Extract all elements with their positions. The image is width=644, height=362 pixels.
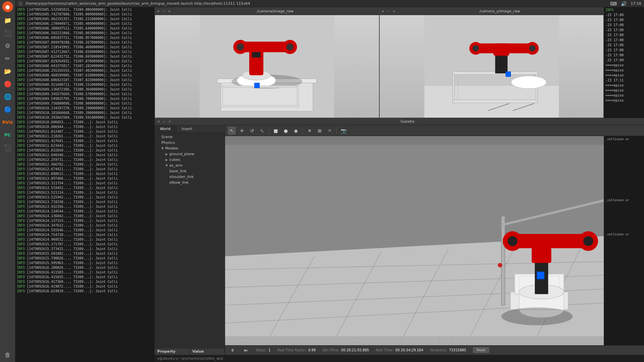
ground-label: ground_plane	[169, 152, 195, 156]
property-panel: Property Value	[155, 348, 225, 355]
sidebar-files[interactable]: 📁	[2, 14, 14, 26]
right-log-entry: ====episo	[604, 88, 644, 93]
svg-point-50	[498, 263, 502, 267]
sidebar-rviz[interactable]: RViz	[2, 116, 14, 128]
tree-item-physics[interactable]: Physics	[155, 140, 225, 145]
log-line: INFO [1479892614.754720..., 73309...]: J…	[15, 233, 155, 237]
right-log-entry: ====episo	[604, 63, 644, 68]
log-line: INFO [1479892611.832650..., 73309...]: J…	[15, 148, 155, 153]
log-line: INFO [1479892608.921608712, 73308.151000…	[15, 82, 155, 87]
camera1-close[interactable]: ×	[157, 9, 160, 13]
right-log-entry: ====episo	[604, 98, 644, 103]
tree-item-shoulder-link[interactable]: shoulder_link	[155, 174, 225, 180]
right-log-entry: -23 17:00	[604, 12, 644, 17]
rtf-label: Real Time Factor:	[277, 348, 306, 352]
sidebar-blue[interactable]: 🔵	[2, 103, 14, 115]
tree-item-cubes[interactable]: ▶ cubes	[155, 157, 225, 163]
tree-item-ground-plane[interactable]: ▶ ground_plane	[155, 151, 225, 157]
sidebar-app1[interactable]: 🔴	[2, 78, 14, 90]
right-log-entry: ====episo	[604, 83, 644, 88]
tool-sphere[interactable]: ●	[282, 127, 290, 135]
camera2-min[interactable]: −	[387, 9, 390, 13]
tool-rotate[interactable]: ↺	[248, 127, 256, 135]
tool-cylinder[interactable]: ◉	[292, 127, 300, 135]
tool-light[interactable]: ☀	[306, 127, 314, 135]
viewport-canvas[interactable]: _collision sr _collision sr _collision s…	[225, 136, 644, 345]
log-line: INFO [1479892613.519452..., 73309...]: J…	[15, 186, 155, 190]
right-log-entry: ====episo	[604, 73, 644, 78]
tree-item-elbow-link[interactable]: elbow_link	[155, 180, 225, 185]
camera2-viewport[interactable]	[380, 15, 604, 118]
log-line: INFO [1479892608.043375817, 73307.282000…	[15, 64, 155, 68]
log-line: INFO [1479892614.555546..., 73309...]: J…	[15, 228, 155, 233]
log-line: INFO [1479892613.932356..., 73309...]: J…	[15, 204, 155, 209]
reset-button[interactable]: Reset	[473, 347, 489, 353]
log-line: INFO [1479892606.170940971, 73305.409000…	[15, 21, 155, 26]
log-line: INFO [1479892611.427641..., 73309...]: J…	[15, 139, 155, 143]
log-line: INFO [1479892612.888613..., 73309...]: J…	[15, 172, 155, 176]
tree-item-models[interactable]: ▼ Models	[155, 145, 225, 151]
tool-scale[interactable]: ⤡	[258, 127, 266, 135]
svg-point-30	[472, 45, 479, 52]
sidebar-app2[interactable]: ⬛	[2, 141, 14, 154]
tree-tabs: World Insert	[155, 125, 225, 133]
sidebar-pycharm[interactable]: PC	[2, 129, 14, 141]
log-line: INFO [1479892611.218261..., 73309...]: J…	[15, 134, 155, 139]
log-line: INFO [1479892613.311754..., 73309...]: J…	[15, 181, 155, 186]
volume-icon: 🔊	[621, 1, 627, 6]
step-button[interactable]: ⏭	[243, 347, 249, 354]
tab-insert[interactable]: Insert	[176, 125, 198, 132]
terminal-prompt: y@ubuntu-y:~/pycharm/ros/catkin_ws$	[157, 357, 223, 360]
svg-rect-15	[297, 86, 299, 107]
sidebar-folder[interactable]: 📂	[2, 65, 14, 77]
tool-debug[interactable]: ⌗	[326, 127, 334, 135]
camera2-max[interactable]: +	[392, 9, 395, 13]
tool-select[interactable]: ↖	[228, 127, 236, 135]
sidebar-terminal[interactable]: ⬛	[2, 27, 14, 39]
log-line: INFO [1479892612.040348..., 73309...]: J…	[15, 153, 155, 158]
log-line: INFO [1479892607.210543993, 73306.468000…	[15, 45, 155, 50]
property-header: Property Value	[155, 348, 225, 355]
pause-button[interactable]: ⏸	[229, 347, 236, 354]
terminal-log[interactable]: INFO [1479892605.532505815, 73304.806000…	[15, 7, 155, 362]
ubuntu-icon[interactable]: ●	[2, 1, 13, 12]
steps-value: 1	[268, 348, 270, 352]
log-line: INFO [1479892606.592221068, 73305.803000…	[15, 31, 155, 36]
camera1-max[interactable]: +	[168, 9, 171, 13]
viewport-3d: ↖ ✛ ↺ ⤡ ■ ● ◉ ☀ ⊞ ⌗	[225, 125, 644, 355]
tree-item-as-arm[interactable]: ▼ as_arm	[155, 163, 225, 168]
camera1-min[interactable]: −	[162, 9, 165, 13]
tree-item-base-link[interactable]: base_link	[155, 168, 225, 174]
topbar: ⬛ /home/y/pycharm/ros/catkin_ws/src/as_a…	[15, 0, 644, 7]
content-area: INFO [1479892605.532505815, 73304.806000…	[15, 7, 644, 362]
camera1-viewport[interactable]	[155, 15, 379, 118]
log-line: INFO [1479892608.468599905, 73307.610000…	[15, 73, 155, 78]
camera2-close[interactable]: ×	[382, 9, 384, 13]
tool-translate[interactable]: ✛	[238, 127, 246, 135]
iter-label: Iterations:	[430, 348, 447, 352]
steps-label: Steps:	[256, 348, 266, 352]
right-panels: × − + /camera/image_raw	[155, 7, 644, 362]
gazebo-title: Gazebo	[174, 119, 641, 124]
tab-world[interactable]: World	[155, 125, 176, 132]
tool-cube[interactable]: ■	[272, 127, 280, 135]
log-line: INFO [1479892609.136072386, 73308.364000…	[15, 87, 155, 92]
gazebo-min[interactable]: −	[163, 120, 165, 123]
sidebar-trash[interactable]: 🗑	[2, 349, 14, 361]
log-line: INFO [1479892607.622431732, 73306.843000…	[15, 54, 155, 59]
log-line: INFO [1479892611.623443..., 73309...]: J…	[15, 143, 155, 148]
gazebo-close[interactable]: ×	[157, 120, 160, 123]
tree-item-scene[interactable]: Scene	[155, 134, 225, 140]
tool-grid[interactable]: ⊞	[316, 127, 324, 135]
sidebar-chrome[interactable]: 🌐	[2, 90, 14, 103]
sidebar-edit[interactable]: ✏	[2, 52, 14, 64]
log-line: INFO [1479892609.756880098, 73308.980000…	[15, 101, 155, 106]
log-line: INFO [1479892616.411583..., 73309...]: J…	[15, 270, 155, 275]
gazebo-max[interactable]: +	[168, 120, 171, 123]
baselink-label: base_link	[169, 169, 186, 173]
log-line: INFO [1479892610.181666668, 73309.390000…	[15, 111, 155, 115]
tool-camera[interactable]: 📷	[339, 127, 347, 135]
sidebar-settings[interactable]: ⚙	[2, 40, 14, 52]
svg-rect-47	[501, 216, 505, 305]
elbowlink-label: elbow_link	[169, 180, 189, 185]
